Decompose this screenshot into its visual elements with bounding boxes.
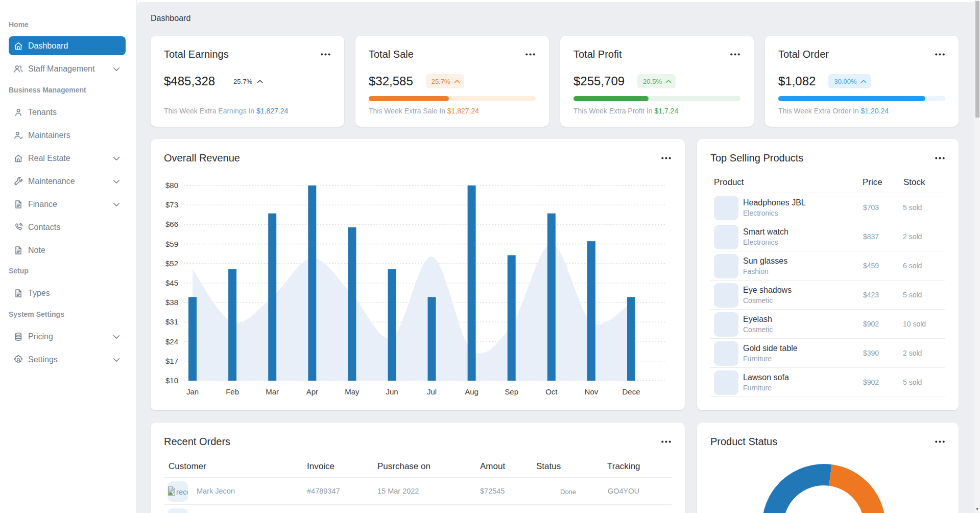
svg-text:May: May — [345, 387, 360, 396]
svg-text:$52: $52 — [165, 259, 178, 268]
svg-text:Apr: Apr — [306, 387, 318, 396]
svg-text:$24: $24 — [165, 337, 178, 346]
svg-text:Mar: Mar — [266, 387, 279, 396]
svg-text:Nov: Nov — [585, 387, 599, 396]
svg-text:$38: $38 — [165, 298, 178, 307]
svg-text:Aug: Aug — [465, 387, 479, 396]
svg-text:$10: $10 — [165, 376, 178, 385]
svg-text:Feb: Feb — [226, 387, 239, 396]
svg-text:$17: $17 — [165, 357, 178, 365]
svg-text:$59: $59 — [165, 240, 178, 248]
svg-text:Jan: Jan — [186, 387, 199, 396]
svg-text:$73: $73 — [165, 200, 178, 209]
svg-text:Dece: Dece — [622, 387, 640, 396]
svg-text:$45: $45 — [165, 278, 178, 287]
svg-text:Jul: Jul — [427, 387, 437, 396]
svg-text:Sep: Sep — [505, 387, 518, 396]
svg-text:$31: $31 — [165, 317, 178, 326]
svg-text:$80: $80 — [165, 181, 178, 190]
svg-text:Oct: Oct — [545, 387, 558, 396]
svg-text:Jun: Jun — [386, 387, 398, 396]
svg-text:$66: $66 — [165, 220, 178, 228]
